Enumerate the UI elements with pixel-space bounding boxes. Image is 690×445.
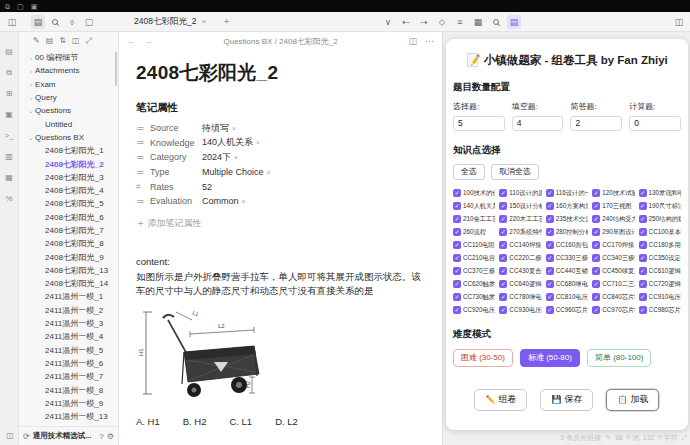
tree-arrow-icon[interactable]: ›	[27, 95, 35, 101]
knowledge-point-checkbox[interactable]: ✓CC450续复三...	[592, 267, 634, 276]
checkbox-checked-icon[interactable]: ✓	[453, 202, 461, 210]
readonly-panel-icon[interactable]: ◫	[408, 36, 417, 46]
knowledge-point-checkbox[interactable]: ✓235技术交流...	[546, 215, 588, 224]
tree-item[interactable]: 2408七彩阳光_4	[19, 184, 118, 197]
tree-item[interactable]: 2411温州一模_1	[19, 290, 118, 303]
tree-item-selected[interactable]: 2408七彩阳光_2	[19, 157, 118, 170]
tree-arrow-icon[interactable]: ›	[27, 68, 35, 74]
expand-icon[interactable]: ⤢	[681, 434, 687, 442]
tree-item[interactable]: 2411温州一模_7	[19, 370, 118, 383]
tree-item[interactable]: 2408七彩阳光_1	[19, 144, 118, 157]
checkbox-checked-icon[interactable]: ✓	[499, 215, 507, 223]
knowledge-point-checkbox[interactable]: ✓CC350设定值...	[639, 254, 681, 263]
checkbox-checked-icon[interactable]: ✓	[499, 254, 507, 262]
tree-item[interactable]: 2408七彩阳光_14	[19, 277, 118, 290]
checkbox-checked-icon[interactable]: ✓	[453, 215, 461, 223]
save-button[interactable]: 💾保存	[540, 389, 593, 411]
outlink-icon[interactable]: ⇢	[417, 15, 431, 29]
knowledge-point-checkbox[interactable]: ✓130发现和明...	[639, 189, 681, 198]
choice-count-input[interactable]	[453, 116, 505, 131]
attribute-value[interactable]: 2024下	[202, 151, 231, 164]
checkbox-checked-icon[interactable]: ✓	[592, 306, 600, 314]
checkbox-checked-icon[interactable]: ✓	[639, 293, 647, 301]
checkbox-checked-icon[interactable]: ✓	[546, 189, 554, 197]
new-tab-button[interactable]: ＋	[222, 15, 231, 28]
knowledge-point-checkbox[interactable]: ✓CC100基本电...	[639, 228, 681, 237]
remove-attr-icon[interactable]: ×	[232, 125, 236, 132]
knowledge-point-checkbox[interactable]: ✓150设计分析...	[499, 202, 541, 211]
tab-close-icon[interactable]: ×	[201, 17, 206, 26]
window-icon[interactable]: ▢	[17, 3, 24, 10]
knowledge-point-checkbox[interactable]: ✓CC910电压比...	[639, 293, 681, 302]
knowledge-point-checkbox[interactable]: ✓160方案构思	[546, 202, 588, 211]
add-attribute-button[interactable]: ＋ 添加笔记属性	[136, 217, 428, 230]
knowledge-point-checkbox[interactable]: ✓CC220二极管...	[499, 254, 541, 263]
knowledge-point-checkbox[interactable]: ✓116设计的一般...	[546, 189, 588, 198]
checkbox-checked-icon[interactable]: ✓	[546, 241, 554, 249]
tree-item[interactable]: 2408七彩阳光_6	[19, 211, 118, 224]
checkbox-checked-icon[interactable]: ✓	[546, 293, 554, 301]
tag-icon[interactable]: ▣	[5, 111, 13, 119]
checkbox-checked-icon[interactable]: ✓	[453, 280, 461, 288]
blank-count-input[interactable]	[512, 116, 564, 131]
knowledge-point-checkbox[interactable]: ✓CC440互锁和...	[546, 267, 588, 276]
knowledge-point-checkbox[interactable]: ✓140人机关系	[453, 202, 495, 211]
knowledge-point-checkbox[interactable]: ✓CC170焊接	[592, 241, 634, 250]
tree-item[interactable]: 2408七彩阳光_8	[19, 237, 118, 250]
select-all-button[interactable]: 全选	[453, 164, 485, 180]
knowledge-point-checkbox[interactable]: ✓190尺寸标注...	[639, 202, 681, 211]
checkbox-checked-icon[interactable]: ✓	[499, 280, 507, 288]
knowledge-point-checkbox[interactable]: ✓170三视图	[592, 202, 634, 211]
knowledge-point-checkbox[interactable]: ✓CC210电容器...	[453, 254, 495, 263]
checkbox-checked-icon[interactable]: ✓	[639, 202, 647, 210]
difficulty-standard-button[interactable]: 标准 (50-80)	[520, 349, 580, 367]
checkbox-checked-icon[interactable]: ✓	[592, 215, 600, 223]
short-answer-count-input[interactable]	[570, 116, 622, 131]
knowledge-point-checkbox[interactable]: ✓280控制分析	[546, 228, 588, 237]
knowledge-point-checkbox[interactable]: ✓CC970芯片55...	[592, 306, 634, 315]
tree-item[interactable]: 2411温州一模_2	[19, 304, 118, 317]
knowledge-point-checkbox[interactable]: ✓260流程	[453, 228, 495, 237]
file-tree-scrollbar[interactable]	[115, 52, 117, 86]
flashcard-icon[interactable]: ▦	[5, 174, 13, 182]
bookmark-icon[interactable]: ⬨	[65, 15, 79, 29]
knowledge-point-checkbox[interactable]: ✓100技术的价...	[453, 189, 495, 198]
sort-icon[interactable]: ⇅	[59, 36, 66, 45]
breadcrumb[interactable]: Questions BX / 2408七彩阳光_2	[153, 36, 408, 47]
knowledge-point-checkbox[interactable]: ✓CC620触发器...	[453, 280, 495, 289]
checkbox-checked-icon[interactable]: ✓	[453, 306, 461, 314]
tree-item[interactable]: 2411温州一模_13	[19, 410, 118, 423]
checkbox-checked-icon[interactable]: ✓	[639, 306, 647, 314]
search-icon[interactable]	[489, 15, 503, 29]
settings-gear-icon[interactable]: ⚙	[107, 432, 114, 441]
checkbox-checked-icon[interactable]: ✓	[499, 293, 507, 301]
checkbox-checked-icon[interactable]: ✓	[592, 189, 600, 197]
toggle-dock-icon[interactable]: ◫	[0, 432, 20, 440]
knowledge-point-checkbox[interactable]: ✓CC430复合管	[499, 267, 541, 276]
checkbox-checked-icon[interactable]: ✓	[639, 267, 647, 275]
tree-item[interactable]: 2411温州一模_9	[19, 397, 118, 410]
tabs-icon[interactable]: ⧉	[5, 3, 10, 10]
backref-icon[interactable]: ⇠	[399, 15, 413, 29]
knowledge-point-checkbox[interactable]: ✓CC330三极管...	[546, 254, 588, 263]
checkbox-checked-icon[interactable]: ✓	[453, 241, 461, 249]
checkbox-checked-icon[interactable]: ✓	[499, 189, 507, 197]
tree-item[interactable]: ›Attachments	[19, 64, 118, 77]
calculation-count-input[interactable]	[629, 116, 681, 131]
attribute-value[interactable]: Common	[202, 196, 239, 206]
knowledge-point-checkbox[interactable]: ✓CC960芯片5...	[546, 306, 588, 315]
checkbox-checked-icon[interactable]: ✓	[546, 215, 554, 223]
checkbox-checked-icon[interactable]: ✓	[546, 267, 554, 275]
answer-option[interactable]: A. H1	[136, 416, 160, 427]
checkbox-checked-icon[interactable]: ✓	[639, 241, 647, 249]
tree-item[interactable]: ›00 编程细节	[19, 51, 118, 64]
workspace-folder-icon[interactable]: ▤	[31, 15, 45, 29]
knowledge-point-checkbox[interactable]: ✓210金工工艺	[453, 215, 495, 224]
tree-item[interactable]: ›Exam	[19, 78, 118, 91]
tree-item[interactable]: 2408七彩阳光_7	[19, 224, 118, 237]
forward-arrow-icon[interactable]: →	[144, 36, 153, 46]
new-notebook-icon[interactable]: ▤	[46, 36, 54, 45]
answer-option[interactable]: C. L1	[229, 416, 252, 427]
checkbox-checked-icon[interactable]: ✓	[453, 189, 461, 197]
question-text[interactable]: 如图所示是户外折叠野营手拉车，单人即可将其展开成图示状态。该车的尺寸中与人的静态…	[136, 270, 428, 298]
